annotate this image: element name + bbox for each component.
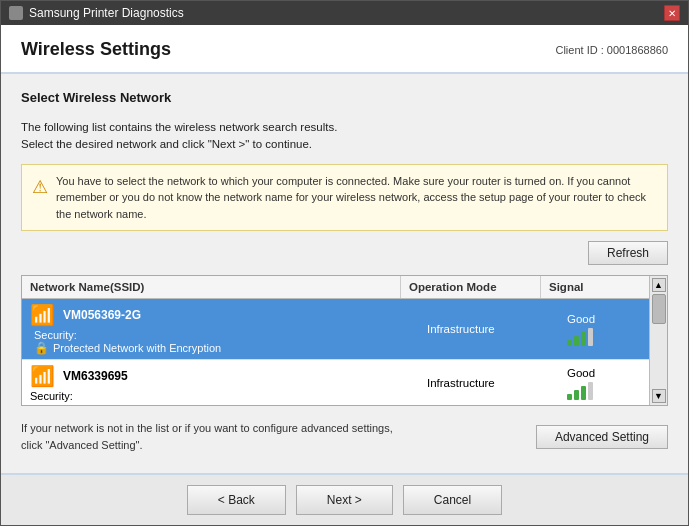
advanced-setting-button[interactable]: Advanced Setting bbox=[536, 425, 668, 449]
network-ssid-2: VM6339695 bbox=[63, 369, 128, 383]
scrollbar[interactable]: ▲ ▼ bbox=[649, 276, 667, 405]
network-name-cell-2: 📶 VM6339695 Security: bbox=[22, 360, 419, 405]
main-window: Samsung Printer Diagnostics ✕ Wireless S… bbox=[0, 0, 689, 526]
back-button[interactable]: < Back bbox=[187, 485, 286, 515]
lock-icon-1: 🔒 bbox=[34, 341, 49, 355]
wifi-icon-2: 📶 bbox=[30, 364, 55, 388]
client-id: Client ID : 0001868860 bbox=[555, 44, 668, 56]
bar-1-3 bbox=[581, 332, 586, 346]
next-button[interactable]: Next > bbox=[296, 485, 393, 515]
close-button[interactable]: ✕ bbox=[664, 5, 680, 21]
signal-cell-2: Good bbox=[559, 360, 649, 405]
signal-text-2: Good bbox=[567, 367, 595, 379]
header-area: Wireless Settings Client ID : 0001868860 bbox=[1, 25, 688, 74]
scroll-up-btn[interactable]: ▲ bbox=[652, 278, 666, 292]
security-label-2: Security: bbox=[30, 390, 411, 402]
refresh-button[interactable]: Refresh bbox=[588, 241, 668, 265]
table-main: Network Name(SSID) Operation Mode Signal… bbox=[22, 276, 649, 405]
mode-cell-1: Infrastructure bbox=[419, 299, 559, 359]
bar-1-1 bbox=[567, 340, 572, 346]
col-signal-header: Signal bbox=[541, 276, 631, 298]
signal-bar-1 bbox=[567, 326, 593, 346]
window-title: Samsung Printer Diagnostics bbox=[29, 6, 184, 20]
cancel-button[interactable]: Cancel bbox=[403, 485, 502, 515]
bar-2-3 bbox=[581, 386, 586, 400]
bar-1-4 bbox=[588, 328, 593, 346]
content-area: Select Wireless Network The following li… bbox=[1, 74, 688, 473]
signal-bar-2 bbox=[567, 380, 593, 400]
warning-icon: ⚠ bbox=[32, 174, 48, 201]
network-ssid-1: VM056369-2G bbox=[63, 308, 141, 322]
table-row[interactable]: 📶 VM6339695 Security: Infrastructure Goo… bbox=[22, 360, 649, 405]
network-icon-row-2: 📶 VM6339695 bbox=[30, 364, 411, 388]
section-title: Select Wireless Network bbox=[21, 90, 668, 105]
mode-cell-2: Infrastructure bbox=[419, 360, 559, 405]
advanced-row: If your network is not in the list or if… bbox=[21, 416, 668, 457]
wifi-icon-1: 📶 bbox=[30, 303, 55, 327]
col-mode-header: Operation Mode bbox=[401, 276, 541, 298]
security-text-1: Protected Network with Encryption bbox=[53, 342, 221, 354]
bar-2-1 bbox=[567, 394, 572, 400]
table-row[interactable]: 📶 VM056369-2G Security: 🔒 Protected Netw… bbox=[22, 299, 649, 360]
network-name-cell-1: 📶 VM056369-2G Security: 🔒 Protected Netw… bbox=[22, 299, 419, 359]
page-title: Wireless Settings bbox=[21, 39, 171, 60]
title-bar: Samsung Printer Diagnostics ✕ bbox=[1, 1, 688, 25]
bar-2-4 bbox=[588, 382, 593, 400]
refresh-row: Refresh bbox=[21, 241, 668, 265]
description-line2: Select the desired network and click "Ne… bbox=[21, 136, 668, 153]
security-value-1: 🔒 Protected Network with Encryption bbox=[34, 341, 411, 355]
scrollbar-thumb[interactable] bbox=[652, 294, 666, 324]
warning-text: You have to select the network to which … bbox=[56, 173, 657, 223]
col-ssid-header: Network Name(SSID) bbox=[22, 276, 401, 298]
network-icon-row-1: 📶 VM056369-2G bbox=[30, 303, 411, 327]
signal-cell-1: Good bbox=[559, 299, 649, 359]
scroll-down-btn[interactable]: ▼ bbox=[652, 389, 666, 403]
signal-text-1: Good bbox=[567, 313, 595, 325]
security-label-1: Security: bbox=[34, 329, 411, 341]
bar-1-2 bbox=[574, 336, 579, 346]
description-line1: The following list contains the wireless… bbox=[21, 119, 668, 136]
app-icon bbox=[9, 6, 23, 20]
title-bar-left: Samsung Printer Diagnostics bbox=[9, 6, 184, 20]
advanced-text: If your network is not in the list or if… bbox=[21, 420, 401, 453]
description: The following list contains the wireless… bbox=[21, 119, 668, 154]
bar-2-2 bbox=[574, 390, 579, 400]
table-header: Network Name(SSID) Operation Mode Signal bbox=[22, 276, 649, 299]
table-grid: Network Name(SSID) Operation Mode Signal… bbox=[22, 276, 667, 405]
section-header: Select Wireless Network bbox=[21, 90, 668, 109]
network-table: Network Name(SSID) Operation Mode Signal… bbox=[21, 275, 668, 406]
warning-box: ⚠ You have to select the network to whic… bbox=[21, 164, 668, 232]
footer-area: < Back Next > Cancel bbox=[1, 473, 688, 525]
